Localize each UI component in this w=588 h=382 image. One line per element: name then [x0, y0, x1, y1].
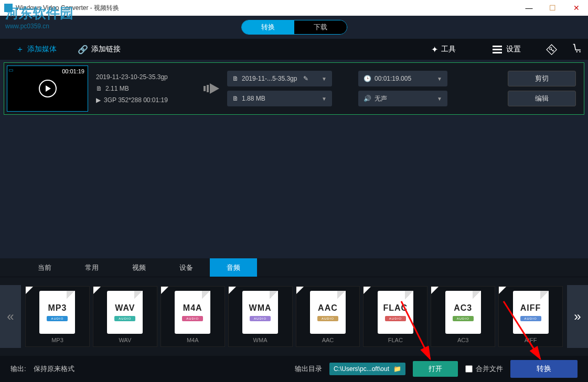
- open-button[interactable]: 打开: [413, 361, 458, 377]
- format-card-m4a[interactable]: M4AAUDIOM4A: [161, 286, 225, 347]
- duration-text: 00:01:19.005: [375, 75, 411, 82]
- arrow-icon: [196, 81, 227, 96]
- format-card-ac3[interactable]: AC3AUDIOAC3: [431, 286, 495, 347]
- topbar: 转换 下载: [0, 16, 588, 39]
- format-card-flac[interactable]: FLACAUDIOFLAC: [363, 286, 427, 347]
- link-icon: 🔗: [78, 45, 88, 54]
- file-icon: 🗎: [96, 85, 102, 92]
- settings-label: 设置: [506, 45, 521, 54]
- format-label: AC3: [457, 337, 468, 343]
- format-tabs: 当前 常用 视频 设备 音频: [0, 258, 588, 277]
- chevron-down-icon: ▼: [437, 76, 442, 82]
- file-row[interactable]: ▭ 00:01:19 2019-11-23-10-25-35.3gp 🗎2.11…: [4, 62, 584, 115]
- add-media-label: 添加媒体: [27, 45, 57, 54]
- tab-convert[interactable]: 转换: [242, 20, 294, 34]
- titlebar: Windows Video Converter - 视频转换 — ☐ ✕: [0, 0, 588, 16]
- convert-button[interactable]: 转换: [510, 360, 578, 378]
- format-card-aac[interactable]: AACAUDIOAAC: [296, 286, 360, 347]
- plus-icon: ＋: [16, 44, 24, 55]
- cut-button[interactable]: 剪切: [508, 71, 576, 86]
- cart-icon[interactable]: [572, 43, 583, 56]
- key-icon[interactable]: ⚿: [544, 42, 559, 57]
- output-size-text: 1.88 MB: [242, 95, 265, 102]
- tab-download[interactable]: 下载: [294, 20, 347, 34]
- tab-current[interactable]: 当前: [21, 258, 68, 277]
- doc-icon: 🗎: [232, 95, 239, 102]
- format-card-mp3[interactable]: MP3AUDIOMP3: [25, 286, 90, 347]
- wand-icon: ✦: [431, 45, 438, 54]
- format-grid: MP3AUDIOMP3 WAVAUDIOWAV M4AAUDIOM4A WMAA…: [21, 283, 567, 350]
- audio-text: 无声: [375, 94, 387, 103]
- window-title: Windows Video Converter - 视频转换: [16, 4, 119, 13]
- file-meta: 2019-11-23-10-25-35.3gp 🗎2.11 MB ▶3GP 35…: [91, 70, 196, 107]
- file-list-empty: [0, 117, 588, 258]
- thumb-duration: 00:01:19: [62, 68, 84, 74]
- format-label: WMA: [253, 337, 268, 343]
- output-name-text: 2019-11-...5-35.3gp: [242, 75, 297, 82]
- tab-device[interactable]: 设备: [163, 258, 210, 277]
- window-controls: — ☐ ✕: [517, 0, 588, 16]
- output-path[interactable]: C:\Users\pc...oft\out 📁: [329, 363, 405, 375]
- tab-audio[interactable]: 音频: [210, 258, 257, 277]
- tools-label: 工具: [441, 45, 456, 54]
- doc-icon: 🗎: [232, 75, 239, 82]
- scroll-left-button[interactable]: «: [0, 285, 21, 348]
- merge-checkbox-input[interactable]: [465, 365, 473, 373]
- chevron-down-icon: ▼: [322, 96, 327, 102]
- format-card-wma[interactable]: WMAAUDIOWMA: [228, 286, 293, 347]
- duration-select[interactable]: 🕒00:01:19.005 ▼: [358, 71, 447, 86]
- mode-toggle: 转换 下载: [241, 20, 347, 35]
- chevron-down-icon: ▼: [437, 96, 442, 102]
- path-text: C:\Users\pc...oft\out: [334, 365, 389, 373]
- chevron-down-icon: ▼: [322, 76, 327, 82]
- format-card-aiff[interactable]: AIFFAUDIOAIFF: [498, 286, 563, 347]
- add-link-button[interactable]: 🔗 添加链接: [67, 45, 131, 54]
- file-spec: 3GP 352*288 00:01:19: [104, 96, 168, 104]
- edit-button[interactable]: 编辑: [508, 91, 576, 106]
- play-icon: [39, 80, 57, 97]
- format-label: AIFF: [525, 337, 537, 343]
- maximize-button[interactable]: ☐: [541, 0, 564, 16]
- output-dir-label: 输出目录: [295, 364, 322, 374]
- tools-button[interactable]: ✦ 工具: [421, 45, 466, 54]
- hamburger-icon: [493, 46, 502, 53]
- file-name: 2019-11-23-10-25-35.3gp: [96, 73, 190, 81]
- video-icon: ▶: [96, 96, 101, 104]
- speaker-icon: 🔊: [364, 95, 371, 102]
- add-media-button[interactable]: ＋ 添加媒体: [5, 44, 67, 55]
- format-label: WAV: [119, 337, 131, 343]
- format-label: MP3: [51, 337, 63, 343]
- close-button[interactable]: ✕: [564, 0, 588, 16]
- thumbnail[interactable]: ▭ 00:01:19: [7, 66, 88, 112]
- file-size: 2.11 MB: [105, 85, 129, 92]
- merge-checkbox[interactable]: 合并文件: [465, 364, 503, 374]
- clock-icon: 🕒: [364, 75, 371, 82]
- output-label: 输出:: [10, 364, 26, 374]
- format-label: AAC: [322, 337, 334, 343]
- output-size-select[interactable]: 🗎1.88 MB ▼: [227, 91, 332, 106]
- app-icon: [4, 4, 13, 12]
- tab-video[interactable]: 视频: [115, 258, 163, 277]
- format-label: M4A: [187, 337, 199, 343]
- tab-common[interactable]: 常用: [68, 258, 115, 277]
- minimize-button[interactable]: —: [517, 0, 541, 16]
- add-link-label: 添加链接: [91, 45, 121, 54]
- pencil-icon: ✎: [303, 75, 308, 82]
- format-card-wav[interactable]: WAVAUDIOWAV: [93, 286, 157, 347]
- keep-format-text: 保持原来格式: [34, 364, 74, 374]
- film-icon: ▭: [8, 67, 13, 73]
- merge-label: 合并文件: [476, 364, 503, 374]
- settings-button[interactable]: 设置: [482, 45, 531, 54]
- scroll-right-button[interactable]: »: [567, 285, 588, 348]
- menubar: ＋ 添加媒体 🔗 添加链接 ✦ 工具 设置 ⚿: [0, 39, 588, 60]
- footer: 输出: 保持原来格式 输出目录 C:\Users\pc...oft\out 📁 …: [0, 356, 588, 382]
- format-label: FLAC: [388, 337, 403, 343]
- audio-select[interactable]: 🔊无声 ▼: [358, 91, 447, 106]
- folder-icon: 📁: [393, 365, 401, 373]
- output-name-select[interactable]: 🗎2019-11-...5-35.3gp✎ ▼: [227, 71, 332, 86]
